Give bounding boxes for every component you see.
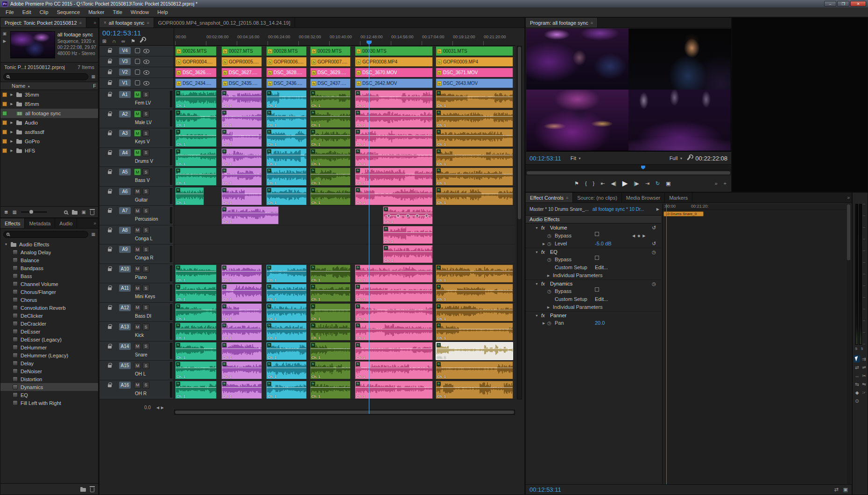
program-timecode[interactable]: 00:12:53:11 (529, 155, 561, 162)
preview-thumbnail[interactable] (10, 31, 55, 58)
clip-volume-line[interactable] (267, 368, 306, 368)
video-clip-gopr0004-mp4[interactable]: fxGOPR0004.MP4 (175, 57, 217, 67)
track-mute-button[interactable]: M (134, 285, 141, 292)
track-id-button[interactable]: V3 (119, 58, 131, 65)
audio-clip[interactable]: fxCh. 1 (310, 187, 351, 205)
rolling-edit-tool[interactable]: ⇌ (861, 363, 867, 371)
effect-item-bass[interactable]: Bass (0, 272, 98, 280)
tab-audio[interactable]: Audio (55, 218, 77, 228)
program-zoom-scrollbar[interactable] (526, 170, 731, 175)
audio-clip[interactable]: fxCh. 1 (266, 361, 307, 379)
clip-volume-line[interactable] (436, 329, 513, 329)
menu-edit[interactable]: Edit (18, 7, 35, 17)
audio-clip[interactable]: fxCh. 1 (221, 110, 262, 128)
disclosure-icon[interactable]: ▶ (10, 121, 14, 125)
track-lock-icon[interactable] (108, 384, 112, 387)
toggle-animation-icon[interactable]: ◷ (547, 319, 551, 327)
track-lock-icon[interactable] (108, 365, 112, 368)
clip-volume-line[interactable] (176, 368, 216, 368)
disclosure-icon[interactable]: ▶ (547, 303, 550, 311)
clip-volume-line[interactable] (176, 290, 216, 291)
audio-clip[interactable]: fxCh. 1 (221, 129, 262, 147)
clip-volume-line[interactable] (355, 116, 432, 117)
clip-volume-line[interactable] (222, 290, 261, 291)
video-clip-dsc-2434-mov[interactable]: fxDSC_2434.MOV (175, 78, 217, 88)
track-lock-icon[interactable] (108, 71, 112, 74)
track-mute-button[interactable]: M (134, 207, 141, 214)
pen-tool[interactable]: ◆ (854, 389, 860, 396)
tab-project[interactable]: Project: Tonic Pocket 20150812 ≡ (0, 18, 86, 28)
close-button[interactable]: ✕ (850, 1, 866, 7)
clip-volume-line[interactable] (436, 155, 513, 155)
sync-lock-icon[interactable] (135, 48, 140, 53)
audio-clip[interactable]: fxCh. 1 (221, 90, 262, 108)
audio-clip[interactable]: fxCh. 1 (355, 303, 433, 321)
clip-volume-line[interactable] (267, 116, 306, 117)
export-frame-button[interactable]: ▣ (666, 181, 670, 187)
razor-tool[interactable]: ✂ (861, 372, 867, 379)
keyframe-point[interactable] (416, 214, 419, 217)
clip-volume-line[interactable] (383, 213, 432, 213)
audio-clip[interactable]: fxCh. 1 (310, 284, 351, 302)
vertical-scrollbar[interactable] (847, 204, 851, 484)
sequence-clip-label[interactable]: all footage sync * 10 Dr... (593, 207, 644, 212)
nest-sequence-icon[interactable]: ⊞ (102, 38, 106, 44)
fx-param-dynamics-bypass[interactable]: ◷Bypass (526, 287, 661, 295)
toggle-animation-icon[interactable]: ◷ (547, 256, 551, 264)
clip-volume-line[interactable] (267, 194, 306, 194)
track-id-button[interactable]: A12 (119, 304, 131, 311)
effect-item-dynamics[interactable]: Dynamics (0, 383, 98, 391)
clip-volume-line[interactable] (355, 271, 432, 272)
disclosure-icon[interactable]: ▶ (547, 272, 550, 279)
track-lock-icon[interactable] (108, 230, 112, 232)
keyframe-point[interactable] (396, 214, 400, 217)
clip-volume-line[interactable] (436, 194, 513, 194)
maximize-button[interactable]: ❐ (837, 1, 849, 7)
track-id-button[interactable]: V2 (119, 69, 131, 76)
audio-clip[interactable]: fxCh. 1 (436, 361, 513, 379)
sync-lock-icon[interactable] (135, 80, 140, 85)
effect-item-chorus-flanger[interactable]: Chorus/Flanger (0, 288, 98, 296)
track-solo-button[interactable]: S (142, 285, 149, 292)
audio-clip[interactable]: fxCh. 1 (355, 187, 433, 205)
track-id-button[interactable]: V1 (119, 79, 131, 86)
video-clip-00029-mts[interactable]: fx00029.MTS (310, 46, 351, 56)
play-preview-icon[interactable]: ▶ (3, 39, 6, 43)
audio-clip[interactable]: fxCh. 1 (175, 187, 204, 205)
effects-group-audio-effects[interactable]: ▼Audio Effects (0, 240, 98, 248)
toggle-animation-icon[interactable]: ◷ (547, 232, 551, 240)
audio-clip[interactable]: fxCh. 1 (436, 322, 513, 341)
track-lock-icon[interactable] (108, 346, 112, 349)
clip-volume-line[interactable] (222, 135, 261, 136)
scrubber-playhead[interactable] (641, 166, 645, 169)
ripple-edit-tool[interactable]: ⇄ (854, 363, 860, 371)
clip-volume-line[interactable] (383, 232, 432, 233)
audio-clip[interactable]: fxCh. 1 (266, 110, 307, 128)
track-mute-button[interactable]: M (134, 227, 141, 234)
effects-search-input[interactable] (3, 231, 88, 238)
fx-param-volume-bypass[interactable]: ◷Bypass◀◆▶ (526, 232, 661, 240)
track-id-button[interactable]: A7 (119, 207, 131, 214)
clip-volume-line[interactable] (222, 387, 261, 388)
audio-clip[interactable]: fxCh. 1 (383, 206, 433, 224)
track-solo-button[interactable]: S (142, 91, 149, 98)
panel-menu-icon[interactable]: ≡ (591, 21, 593, 25)
snapshot-icon[interactable]: ▣ (843, 487, 848, 493)
audio-clip[interactable]: fxCh. 1 (221, 265, 262, 283)
fx-param-volume-level[interactable]: ▶◷Level-5.0 dB↺ (526, 240, 661, 248)
video-clip-dsc-3626-mov[interactable]: fxDSC_3626.MOV (175, 68, 217, 77)
clip-volume-line[interactable] (267, 310, 306, 310)
effect-item-distortion[interactable]: Distortion (0, 375, 98, 383)
track-solo-button[interactable]: S (142, 168, 149, 175)
menu-file[interactable]: File (1, 7, 18, 17)
clip-volume-line[interactable] (267, 349, 306, 349)
audio-clip[interactable]: fxCh. 1 (355, 322, 433, 341)
effect-item-decrackler[interactable]: DeCrackler (0, 320, 98, 328)
clip-volume-line[interactable] (267, 174, 306, 174)
new-bin-button[interactable] (72, 211, 78, 215)
toggle-track-output-icon[interactable] (143, 49, 149, 53)
clip-volume-line[interactable] (311, 174, 350, 174)
clip-badge[interactable]: 10 Drums Snare_0 (663, 211, 704, 216)
snap-icon[interactable]: ∩ (112, 38, 116, 44)
track-mute-button[interactable]: M (134, 265, 141, 272)
